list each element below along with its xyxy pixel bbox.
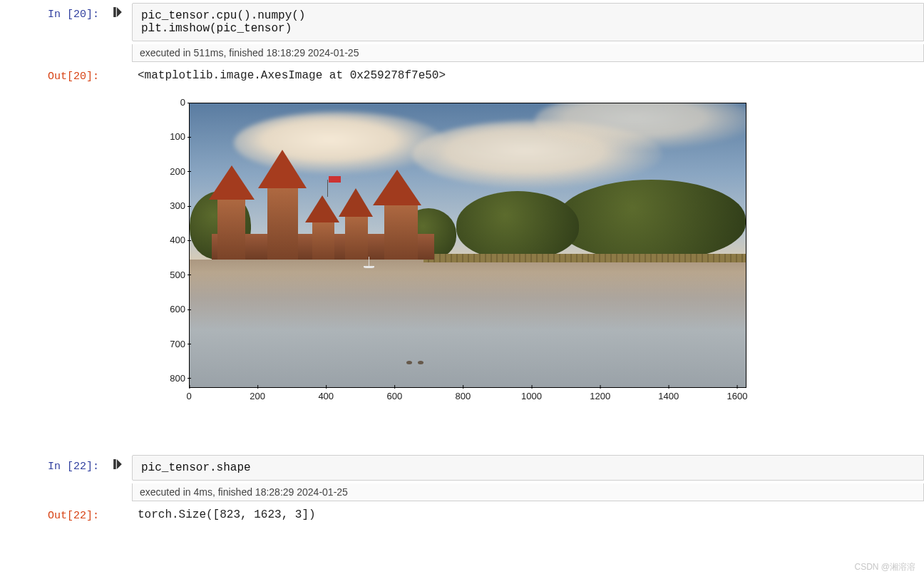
x-tick: 0: [186, 391, 191, 401]
x-tick: 600: [386, 391, 402, 401]
output-text-22: torch.Size([823, 1623, 3]): [132, 504, 924, 521]
y-tick: 600: [150, 304, 185, 314]
y-tick: 200: [150, 166, 185, 177]
code-line: pic_tensor.cpu().numpy(): [141, 9, 305, 22]
run-icon: [113, 7, 122, 17]
plot-output: 0100200300400500600700800020040060080010…: [132, 86, 924, 434]
run-button-22[interactable]: [103, 455, 132, 471]
cell-out-20: Out[20]: <matplotlib.image.AxesImage at …: [0, 65, 924, 83]
x-tick: 800: [456, 391, 471, 401]
code-input-22[interactable]: pic_tensor.shape: [132, 455, 924, 481]
out-prompt-20: Out[20]:: [0, 65, 103, 83]
cell-in-20: In [20]: pic_tensor.cpu().numpy() plt.im…: [0, 3, 924, 41]
y-tick: 800: [150, 373, 185, 384]
y-tick: 400: [150, 235, 185, 245]
plot-axes: [189, 103, 746, 388]
exec-row-22: executed in 4ms, finished 18:28:29 2024-…: [0, 483, 924, 501]
in-prompt-22: In [22]:: [0, 455, 103, 473]
in-prompt-20: In [20]:: [0, 3, 103, 21]
x-tick: 1400: [658, 391, 679, 401]
cell-out-22: Out[22]: torch.Size([823, 1623, 3]): [0, 504, 924, 522]
run-icon: [113, 459, 122, 469]
cell-in-22: In [22]: pic_tensor.shape: [0, 455, 924, 481]
x-tick: 1000: [521, 391, 542, 401]
code-input-20[interactable]: pic_tensor.cpu().numpy() plt.imshow(pic_…: [132, 3, 924, 41]
run-button-20[interactable]: [103, 3, 132, 19]
code-line: pic_tensor.shape: [141, 461, 251, 474]
y-tick: 300: [150, 200, 185, 211]
plot-row: 0100200300400500600700800020040060080010…: [0, 86, 924, 434]
out-prompt-22: Out[22]:: [0, 504, 103, 522]
x-tick: 1200: [590, 391, 610, 401]
y-tick: 0: [150, 97, 185, 108]
x-tick: 200: [250, 391, 265, 401]
exec-status-20: executed in 511ms, finished 18:18:29 202…: [132, 44, 924, 62]
output-text-20: <matplotlib.image.AxesImage at 0x259278f…: [132, 65, 924, 82]
exec-status-22: executed in 4ms, finished 18:28:29 2024-…: [132, 483, 924, 501]
y-tick: 500: [150, 270, 185, 280]
code-line: plt.imshow(pic_tensor): [141, 22, 292, 35]
exec-row-20: executed in 511ms, finished 18:18:29 202…: [0, 44, 924, 62]
x-tick: 1600: [727, 391, 747, 401]
y-tick: 100: [150, 131, 185, 142]
y-tick: 700: [150, 339, 185, 349]
x-tick: 400: [318, 391, 334, 401]
